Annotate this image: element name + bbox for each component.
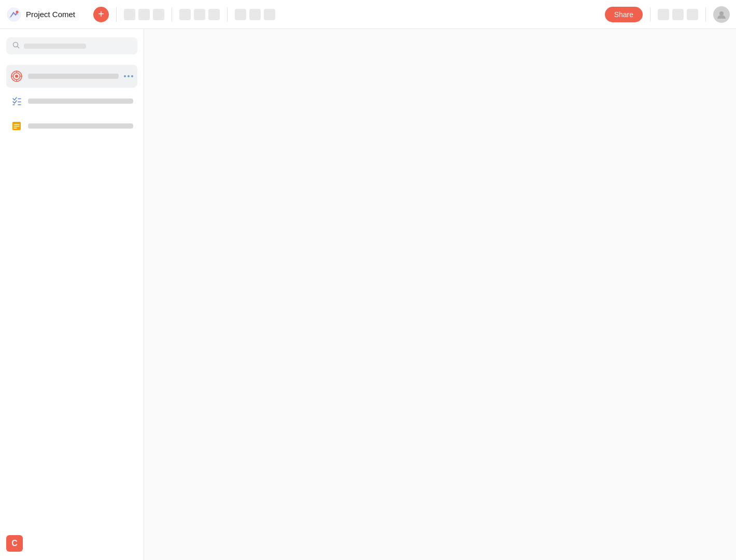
right-icon-btn-2[interactable]: [672, 9, 684, 20]
toolbar-btn-3[interactable]: [153, 9, 164, 20]
toolbar-btn-2[interactable]: [138, 9, 150, 20]
right-icon-btn-3[interactable]: [687, 9, 698, 20]
more-dot-3: [131, 75, 133, 77]
toolbar-btn-4[interactable]: [179, 9, 191, 20]
toolbar-group-1: [124, 9, 164, 20]
sidebar-items: [6, 65, 137, 552]
toolbar-btn-5[interactable]: [194, 9, 205, 20]
search-icon: [12, 41, 20, 50]
toolbar-group-2: [179, 9, 220, 20]
tasks-label: [28, 99, 133, 104]
sidebar-item-tasks[interactable]: [6, 90, 137, 113]
search-input-placeholder: [24, 44, 86, 49]
header-right-icons: [658, 9, 698, 20]
toolbar-btn-1[interactable]: [124, 9, 135, 20]
right-icon-btn-1[interactable]: [658, 9, 669, 20]
goals-label: [28, 74, 119, 79]
header-right: Share: [605, 6, 730, 23]
share-button[interactable]: Share: [605, 7, 643, 22]
app-title: Project Comet: [26, 10, 75, 19]
user-avatar[interactable]: [713, 6, 730, 23]
main-content: [144, 29, 736, 560]
more-dot-2: [128, 75, 130, 77]
svg-point-0: [7, 8, 21, 21]
header-divider-4: [650, 7, 650, 22]
header-divider-3: [227, 7, 228, 22]
header-divider-2: [172, 7, 172, 22]
checklist-icon: [10, 95, 23, 107]
bottom-logo-icon: C: [6, 535, 23, 552]
header-divider-1: [116, 7, 117, 22]
target-icon: [10, 70, 23, 82]
app-header: Project Comet + Share: [0, 0, 736, 29]
logo-icon: [6, 7, 22, 22]
notes-label: [28, 123, 133, 129]
svg-point-1: [16, 10, 19, 13]
svg-point-2: [719, 11, 724, 16]
toolbar-btn-7[interactable]: [235, 9, 246, 20]
note-icon: [10, 120, 23, 132]
main-layout: C: [0, 29, 736, 560]
toolbar-group-3: [235, 9, 275, 20]
app-logo-area: Project Comet: [6, 7, 89, 22]
more-dot-1: [124, 75, 126, 77]
toolbar-btn-8[interactable]: [249, 9, 261, 20]
sidebar-item-notes[interactable]: [6, 115, 137, 137]
more-options[interactable]: [124, 75, 133, 77]
sidebar: C: [0, 29, 144, 560]
sidebar-bottom-logo: C: [6, 535, 23, 552]
svg-point-6: [15, 75, 18, 78]
add-button[interactable]: +: [93, 7, 109, 22]
sidebar-item-goals[interactable]: [6, 65, 137, 88]
header-divider-5: [705, 7, 706, 22]
toolbar-btn-9[interactable]: [264, 9, 275, 20]
search-bar[interactable]: [6, 37, 137, 54]
toolbar-btn-6[interactable]: [208, 9, 220, 20]
